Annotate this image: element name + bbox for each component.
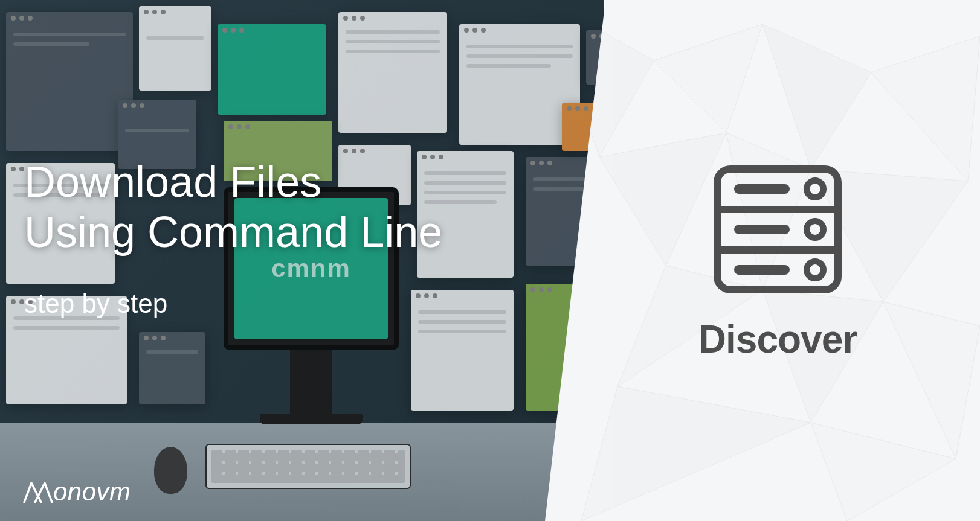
svg-rect-5 — [734, 265, 790, 275]
banner-subtitle: step by step — [24, 289, 167, 319]
banner-title: Download Files Using Command Line — [24, 157, 442, 257]
svg-point-6 — [807, 181, 824, 197]
svg-point-8 — [807, 261, 824, 278]
discover-label: Discover — [698, 317, 857, 362]
logo-text: onovm — [53, 478, 131, 507]
left-illustration-panel: cmnm Download Files Using Command Line s… — [0, 0, 604, 521]
right-discover-panel: Discover — [545, 0, 980, 521]
server-icon — [705, 160, 850, 299]
promo-banner: cmnm Download Files Using Command Line s… — [0, 0, 980, 521]
title-divider — [24, 272, 483, 272]
brand-logo: onovm — [22, 478, 131, 507]
svg-rect-4 — [734, 225, 790, 234]
logo-mark-icon — [22, 478, 54, 506]
svg-point-7 — [807, 221, 824, 238]
svg-rect-3 — [734, 184, 790, 194]
